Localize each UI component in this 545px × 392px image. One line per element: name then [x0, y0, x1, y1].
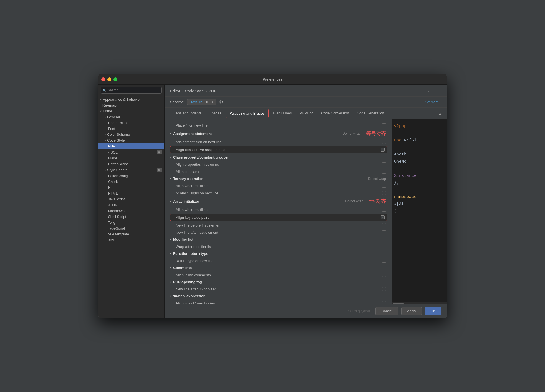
sidebar-item-general[interactable]: ▸ General — [98, 114, 164, 120]
section-header-comments[interactable]: ▾ Comments — [165, 264, 392, 271]
setting-checkbox-newline-first[interactable] — [382, 223, 386, 227]
set-from-link[interactable]: Set from... — [425, 100, 441, 104]
setting-checkbox-align-assignments[interactable]: ✓ — [381, 148, 385, 152]
sidebar-item-label: Code Editing — [108, 121, 128, 125]
breadcrumb-arrow-icon: › — [206, 89, 207, 93]
nav-arrows: ← → — [426, 88, 441, 94]
sidebar-item-label: Markdown — [108, 209, 125, 213]
gear-button[interactable]: ⚙ — [219, 99, 223, 105]
setting-checkbox-ternary-signs[interactable] — [382, 191, 386, 195]
tab-code-generation[interactable]: Code Generation — [353, 109, 388, 118]
setting-right — [342, 140, 386, 144]
sidebar-item-javascript[interactable]: JavaScript — [98, 196, 164, 202]
chevron-down-icon: ▾ — [170, 266, 171, 269]
sidebar-item-sql[interactable]: ▸ SQL ⊞ — [98, 149, 164, 155]
chevron-down-icon: ▾ — [170, 200, 171, 203]
section-header-assignment[interactable]: ▾ Assignment statement Do not wrap 等号对齐 — [165, 129, 392, 138]
setting-checkbox-assignment-sign[interactable] — [382, 140, 386, 144]
section-title-ternary: Ternary operation — [173, 177, 204, 181]
breadcrumb-php[interactable]: PHP — [208, 89, 216, 93]
setting-checkbox-php-newline[interactable] — [382, 287, 386, 291]
sidebar-item-label: JSON — [108, 203, 118, 207]
section-header-ternary[interactable]: ▾ Ternary operation Do not wrap — [165, 175, 392, 182]
setting-label: Align when multiline — [176, 208, 342, 212]
sidebar-item-xml[interactable]: XML — [98, 237, 164, 243]
setting-checkbox-align-comments[interactable] — [382, 273, 386, 277]
section-header-modifier[interactable]: ▾ Modifier list — [165, 236, 392, 243]
minimize-button[interactable] — [107, 77, 111, 81]
sidebar-item-code-style[interactable]: ▾ Code Style — [98, 137, 164, 143]
sidebar-item-font[interactable]: Font — [98, 126, 164, 132]
setting-checkbox-ternary-multiline[interactable] — [382, 184, 386, 188]
sidebar-item-coffeescript[interactable]: CoffeeScript — [98, 161, 164, 167]
chevron-down-icon: ▾ — [170, 295, 171, 298]
setting-checkbox-array-multiline[interactable] — [382, 208, 386, 212]
setting-label: New line before first element — [176, 223, 342, 227]
sidebar-item-haml[interactable]: Haml — [98, 185, 164, 190]
preview-line: #[Att — [394, 201, 445, 208]
search-input[interactable] — [101, 87, 162, 94]
tab-wrapping-braces[interactable]: Wrapping and Braces — [226, 109, 269, 118]
tab-phpdoc[interactable]: PHPDoc — [296, 109, 317, 118]
sidebar-item-color-scheme[interactable]: ▸ Color Scheme — [98, 132, 164, 137]
preview-scrollbar[interactable] — [392, 302, 447, 304]
sidebar-item-style-sheets[interactable]: ▸ Style Sheets ⊞ — [98, 167, 164, 173]
traffic-lights — [101, 77, 117, 81]
setting-checkbox-wrap-modifier[interactable] — [382, 245, 386, 248]
setting-label: Align consecutive assignments — [176, 148, 340, 152]
setting-label: Align inline comments — [176, 273, 342, 277]
sidebar-item-appearance[interactable]: ▸ Appearance & Behavior — [98, 97, 164, 102]
section-header-php-opening[interactable]: ▾ PHP opening tag — [165, 278, 392, 285]
sidebar-item-twig[interactable]: Twig — [98, 220, 164, 225]
setting-checkbox-align-kv[interactable]: ✓ — [381, 215, 385, 219]
sidebar-item-keymap[interactable]: Keymap — [98, 102, 164, 108]
sidebar-item-label: JavaScript — [108, 197, 125, 201]
sidebar-item-gherkin[interactable]: Gherkin — [98, 179, 164, 185]
section-title-modifier: Modifier list — [173, 237, 193, 242]
setting-checkbox-return-newline[interactable] — [382, 259, 386, 263]
setting-row-align-constants: Align constants — [165, 168, 392, 175]
sidebar-item-editor[interactable]: ▾ Editor — [98, 108, 164, 114]
bottom-bar: CSDN @彭世瑜 Cancel Apply OK — [165, 304, 447, 318]
section-header-match[interactable]: ▾ 'match' expression — [165, 293, 392, 300]
tab-spaces[interactable]: Spaces — [205, 109, 225, 118]
tab-blank-lines[interactable]: Blank Lines — [269, 109, 296, 118]
tab-overflow-icon[interactable]: » — [439, 111, 441, 116]
chevron-right-icon: ▸ — [105, 115, 106, 119]
sidebar-item-vue-template[interactable]: Vue template — [98, 231, 164, 237]
sidebar-item-markdown[interactable]: Markdown — [98, 208, 164, 214]
cancel-button[interactable]: Cancel — [375, 307, 398, 315]
setting-checkbox-paren[interactable] — [382, 123, 386, 127]
nav-back-button[interactable]: ← — [426, 88, 433, 94]
setting-checkbox-newline-last[interactable] — [382, 230, 386, 234]
setting-checkbox-match-arm[interactable] — [382, 301, 386, 304]
nav-forward-button[interactable]: → — [435, 88, 441, 94]
breadcrumb-editor[interactable]: Editor — [170, 89, 180, 93]
sidebar-item-php[interactable]: PHP — [98, 143, 164, 149]
tab-code-conversion[interactable]: Code Conversion — [317, 109, 353, 118]
check-icon: ✓ — [382, 216, 384, 219]
setting-checkbox-align-properties[interactable] — [382, 162, 386, 166]
maximize-button[interactable] — [113, 77, 117, 81]
sidebar-item-label: Gherkin — [108, 180, 121, 184]
setting-checkbox-align-constants[interactable] — [382, 170, 386, 174]
section-header-return[interactable]: ▾ Function return type — [165, 250, 392, 257]
sidebar-item-blade[interactable]: Blade — [98, 155, 164, 161]
section-header-array[interactable]: ▾ Array initializer Do not wrap => 对齐 — [165, 197, 392, 206]
sidebar-item-html[interactable]: HTML — [98, 190, 164, 196]
ok-button[interactable]: OK — [425, 307, 441, 315]
close-button[interactable] — [101, 77, 105, 81]
tab-tabs-indents[interactable]: Tabs and Indents — [170, 109, 205, 118]
setting-right — [342, 170, 386, 174]
section-header-class-property[interactable]: ▾ Class property/constant groups — [165, 154, 392, 161]
sidebar-item-json[interactable]: JSON — [98, 202, 164, 208]
breadcrumb-code-style[interactable]: Code Style — [185, 89, 204, 93]
scheme-dropdown[interactable]: Default IDE ▼ — [187, 99, 216, 105]
apply-button[interactable]: Apply — [401, 307, 422, 315]
setting-row-align-assignments: Align consecutive assignments ✓ — [170, 146, 387, 153]
sidebar-item-code-editing[interactable]: Code Editing — [98, 120, 164, 126]
sidebar-item-shell-script[interactable]: Shell Script — [98, 214, 164, 220]
sidebar-item-editorconfig[interactable]: EditorConfig — [98, 173, 164, 179]
preview-panel: <?php use N\{Cl Anoth OneMo $instance };… — [392, 119, 447, 304]
sidebar-item-typescript[interactable]: TypeScript — [98, 225, 164, 231]
